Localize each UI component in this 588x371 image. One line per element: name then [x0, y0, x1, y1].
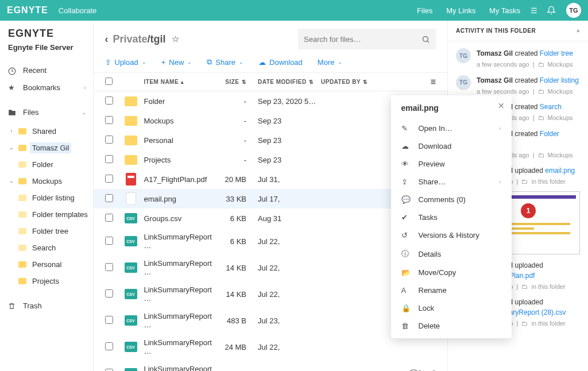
share-button[interactable]: ⧉Share⌄ — [207, 57, 243, 67]
ctx-lock[interactable]: 🔒Lock — [391, 299, 512, 317]
folder-icon — [18, 145, 26, 151]
tree-mockups[interactable]: ⌄Mockups — [8, 173, 93, 190]
ctx-share[interactable]: ⇪Share…› — [391, 173, 512, 191]
close-icon[interactable]: ✕ — [498, 101, 505, 110]
nav-my-links[interactable]: My Links — [446, 6, 475, 15]
row-checkbox[interactable] — [105, 136, 113, 144]
tree-folder-templates[interactable]: Folder templates — [8, 206, 93, 223]
search-box[interactable] — [298, 29, 436, 49]
file-name[interactable]: Folder — [144, 97, 212, 106]
nav-my-tasks[interactable]: My Tasks — [489, 6, 520, 15]
row-checkbox[interactable] — [105, 237, 113, 245]
col-size[interactable]: SIZE — [225, 79, 239, 85]
user-avatar[interactable]: TG — [566, 3, 581, 18]
ctx-preview[interactable]: 👁Preview — [391, 155, 512, 173]
sidebar-recent[interactable]: Recent — [8, 62, 93, 79]
tree-shared[interactable]: ›Shared — [8, 123, 93, 140]
file-name[interactable]: LinkSummaryReport … — [144, 285, 212, 303]
menu-icon[interactable]: ☰ — [531, 6, 537, 15]
search-icon[interactable] — [421, 34, 430, 44]
activity-object[interactable]: Folder tree — [540, 49, 573, 57]
tree-folder-tree[interactable]: Folder tree — [8, 223, 93, 239]
bell-icon[interactable] — [547, 6, 556, 16]
row-checkbox[interactable] — [105, 369, 113, 372]
new-button[interactable]: +New⌄ — [161, 57, 192, 67]
back-icon[interactable]: ‹ — [105, 33, 109, 45]
nav-files[interactable]: Files — [417, 6, 432, 15]
file-name[interactable]: Groups.csv — [144, 214, 212, 223]
file-size: - — [212, 97, 246, 106]
sidebar-trash[interactable]: Trash — [8, 297, 93, 315]
file-size: - — [212, 117, 246, 125]
tree-search[interactable]: Search — [8, 239, 93, 256]
row-checkbox[interactable] — [105, 194, 113, 202]
activity-location[interactable]: in this folder — [531, 177, 565, 187]
activity-actor[interactable]: Tomasz Gil — [477, 76, 513, 84]
row-checkbox[interactable] — [105, 342, 113, 350]
download-button[interactable]: ☁Download — [258, 57, 303, 67]
file-name[interactable]: LinkSummaryReport … — [144, 259, 212, 276]
sidebar-files[interactable]: Files ⌄ — [8, 104, 93, 121]
activity-location[interactable]: Mockups — [548, 87, 573, 96]
activity-location[interactable]: Mockups — [548, 150, 573, 160]
server-name: Egnyte File Server — [8, 43, 93, 52]
file-name[interactable]: A17_FlightPlan.pdf — [144, 175, 212, 184]
activity-object[interactable]: Search — [540, 103, 562, 111]
row-checkbox[interactable] — [105, 96, 113, 105]
activity-object[interactable]: Folder listing — [540, 76, 579, 84]
table-row[interactable]: CSVLinkSummaryReport …24 MBJul 23, 2020 … — [94, 360, 448, 371]
ctx-rename[interactable]: ARename — [391, 281, 512, 299]
select-all-checkbox[interactable] — [105, 78, 113, 85]
layout-toggle-icon[interactable]: ☰ — [390, 79, 436, 85]
activity-location[interactable]: in this folder — [531, 282, 565, 292]
row-checkbox[interactable] — [105, 289, 113, 297]
tree-tomasz-gil[interactable]: ⌄Tomasz Gil — [8, 140, 93, 156]
search-input[interactable] — [304, 35, 421, 44]
file-name[interactable]: LinkSummaryReport … — [144, 338, 212, 355]
collaborate-link[interactable]: Collaborate — [59, 6, 97, 15]
ctx-open-in[interactable]: ✎Open In…› — [391, 119, 512, 137]
ctx-tasks[interactable]: ✔Tasks — [391, 208, 512, 226]
csv-icon: CSV — [125, 368, 137, 371]
star-outline-icon[interactable]: ☆ — [172, 34, 179, 44]
eye-icon: 👁 — [401, 160, 412, 168]
activity-verb: uploaded — [514, 261, 543, 269]
col-updated-by[interactable]: UPDATED BY — [321, 79, 361, 85]
file-name[interactable]: Mockups — [144, 117, 212, 125]
expand-icon[interactable]: » — [577, 28, 580, 34]
activity-verb: created — [514, 76, 537, 84]
file-name[interactable]: Projects — [144, 156, 212, 164]
ctx-details[interactable]: ⓘDetails — [391, 244, 512, 264]
ctx-versions[interactable]: ↺Versions & History — [391, 226, 512, 244]
ctx-download[interactable]: ☁Download — [391, 137, 512, 155]
activity-object[interactable]: email.png — [545, 167, 575, 175]
row-checkbox[interactable] — [105, 214, 113, 222]
row-checkbox[interactable] — [105, 263, 113, 271]
col-date-modified[interactable]: DATE MODIFIED — [258, 79, 307, 85]
row-checkbox[interactable] — [105, 155, 113, 163]
activity-location[interactable]: Mockups — [548, 60, 573, 69]
file-name[interactable]: LinkSummaryReport … — [144, 312, 212, 329]
file-name[interactable]: email.png — [144, 195, 212, 203]
upload-button[interactable]: ⇧Upload⌄ — [105, 57, 146, 67]
col-item-name[interactable]: ITEM NAME — [144, 79, 179, 85]
file-name[interactable]: LinkSummaryReport … — [144, 365, 212, 371]
ctx-move-copy[interactable]: 📂Move/Copy — [391, 264, 512, 281]
file-name[interactable]: Personal — [144, 136, 212, 145]
file-name[interactable]: LinkSummaryReport … — [144, 233, 212, 250]
breadcrumb-private[interactable]: Private — [113, 33, 148, 45]
tree-personal[interactable]: Personal — [8, 256, 93, 273]
activity-actor[interactable]: Tomasz Gil — [477, 49, 513, 57]
ctx-comments[interactable]: 💬Comments (0) — [391, 191, 512, 208]
ctx-delete[interactable]: 🗑Delete — [391, 317, 512, 335]
tree-folder[interactable]: Folder — [8, 156, 93, 173]
row-checkbox[interactable] — [105, 116, 113, 124]
sidebar-bookmarks[interactable]: ★ Bookmarks › — [8, 79, 93, 96]
tree-folder-listing[interactable]: Folder listing — [8, 190, 93, 206]
more-button[interactable]: More⌄ — [318, 57, 343, 67]
row-checkbox[interactable] — [105, 175, 113, 183]
tree-projects[interactable]: Projects — [8, 273, 93, 289]
activity-location[interactable]: in this folder — [531, 319, 565, 329]
activity-location[interactable]: Mockups — [548, 113, 573, 123]
row-checkbox[interactable] — [105, 316, 113, 324]
